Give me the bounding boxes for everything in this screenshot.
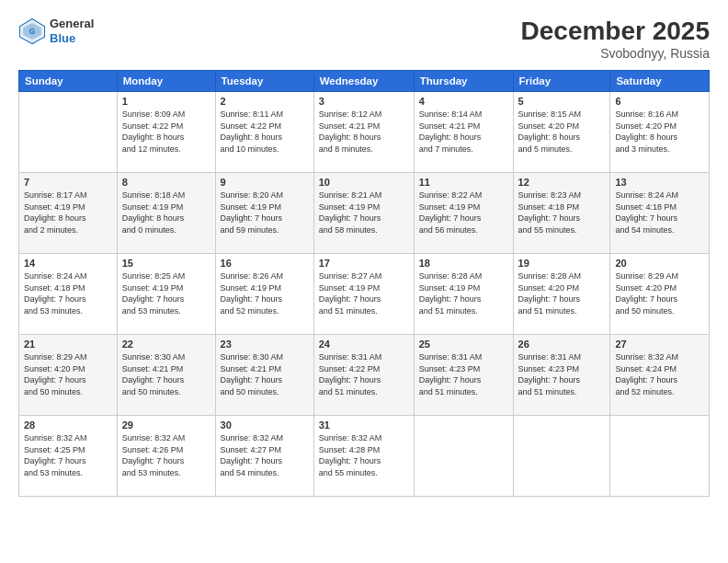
calendar-cell: 21Sunrise: 8:29 AMSunset: 4:20 PMDayligh… — [19, 335, 118, 416]
calendar-cell: 12Sunrise: 8:23 AMSunset: 4:18 PMDayligh… — [513, 173, 610, 254]
day-number: 4 — [419, 96, 508, 107]
day-number: 18 — [419, 258, 508, 269]
calendar-cell: 9Sunrise: 8:20 AMSunset: 4:19 PMDaylight… — [215, 173, 313, 254]
calendar-cell: 2Sunrise: 8:11 AMSunset: 4:22 PMDaylight… — [215, 92, 313, 173]
day-info: Sunrise: 8:27 AMSunset: 4:19 PMDaylight:… — [319, 270, 409, 316]
calendar-cell: 28Sunrise: 8:32 AMSunset: 4:25 PMDayligh… — [19, 416, 118, 497]
col-monday: Monday — [117, 71, 215, 92]
logo-line2: Blue — [50, 31, 94, 46]
day-number: 1 — [122, 96, 210, 107]
day-number: 17 — [319, 258, 409, 269]
day-number: 27 — [615, 339, 704, 350]
calendar-week-2: 7Sunrise: 8:17 AMSunset: 4:19 PMDaylight… — [19, 173, 710, 254]
day-info: Sunrise: 8:18 AMSunset: 4:19 PMDaylight:… — [122, 190, 210, 236]
day-info: Sunrise: 8:31 AMSunset: 4:23 PMDaylight:… — [518, 351, 606, 397]
day-number: 9 — [221, 177, 309, 188]
day-number: 30 — [221, 419, 309, 431]
day-info: Sunrise: 8:22 AMSunset: 4:19 PMDaylight:… — [419, 190, 508, 236]
calendar: Sunday Monday Tuesday Wednesday Thursday… — [18, 70, 710, 497]
calendar-cell — [610, 416, 710, 497]
calendar-cell: 14Sunrise: 8:24 AMSunset: 4:18 PMDayligh… — [19, 254, 118, 335]
day-number: 12 — [518, 177, 606, 188]
logo-icon: G — [18, 17, 46, 45]
day-info: Sunrise: 8:32 AMSunset: 4:24 PMDaylight:… — [615, 351, 704, 397]
calendar-cell: 23Sunrise: 8:30 AMSunset: 4:21 PMDayligh… — [215, 335, 313, 416]
day-number: 10 — [319, 177, 409, 188]
day-number: 11 — [419, 177, 508, 188]
location: Svobodnyy, Russia — [521, 46, 710, 61]
day-number: 20 — [615, 258, 704, 269]
day-info: Sunrise: 8:30 AMSunset: 4:21 PMDaylight:… — [221, 351, 309, 397]
day-info: Sunrise: 8:32 AMSunset: 4:28 PMDaylight:… — [319, 432, 409, 478]
title-block: December 2025 Svobodnyy, Russia — [521, 17, 710, 61]
calendar-cell: 20Sunrise: 8:29 AMSunset: 4:20 PMDayligh… — [610, 254, 710, 335]
calendar-cell: 17Sunrise: 8:27 AMSunset: 4:19 PMDayligh… — [313, 254, 414, 335]
calendar-cell: 31Sunrise: 8:32 AMSunset: 4:28 PMDayligh… — [313, 416, 414, 497]
col-thursday: Thursday — [414, 71, 513, 92]
logo-text: General Blue — [50, 17, 94, 45]
calendar-cell: 30Sunrise: 8:32 AMSunset: 4:27 PMDayligh… — [215, 416, 313, 497]
calendar-cell: 24Sunrise: 8:31 AMSunset: 4:22 PMDayligh… — [313, 335, 414, 416]
calendar-cell: 6Sunrise: 8:16 AMSunset: 4:20 PMDaylight… — [610, 92, 710, 173]
day-number: 16 — [221, 258, 309, 269]
calendar-header-row: Sunday Monday Tuesday Wednesday Thursday… — [19, 71, 710, 92]
day-info: Sunrise: 8:20 AMSunset: 4:19 PMDaylight:… — [221, 190, 309, 236]
day-info: Sunrise: 8:09 AMSunset: 4:22 PMDaylight:… — [122, 109, 210, 155]
day-number: 29 — [122, 419, 210, 431]
day-number: 19 — [518, 258, 606, 269]
calendar-cell — [414, 416, 513, 497]
calendar-cell: 25Sunrise: 8:31 AMSunset: 4:23 PMDayligh… — [414, 335, 513, 416]
calendar-cell: 1Sunrise: 8:09 AMSunset: 4:22 PMDaylight… — [117, 92, 215, 173]
calendar-cell: 19Sunrise: 8:28 AMSunset: 4:20 PMDayligh… — [513, 254, 610, 335]
day-info: Sunrise: 8:30 AMSunset: 4:21 PMDaylight:… — [122, 351, 210, 397]
day-number: 23 — [221, 339, 309, 350]
day-info: Sunrise: 8:24 AMSunset: 4:18 PMDaylight:… — [24, 270, 112, 316]
day-info: Sunrise: 8:24 AMSunset: 4:18 PMDaylight:… — [615, 190, 704, 236]
calendar-cell: 3Sunrise: 8:12 AMSunset: 4:21 PMDaylight… — [313, 92, 414, 173]
calendar-cell: 27Sunrise: 8:32 AMSunset: 4:24 PMDayligh… — [610, 335, 710, 416]
day-number: 24 — [319, 339, 409, 350]
col-sunday: Sunday — [19, 71, 118, 92]
day-info: Sunrise: 8:21 AMSunset: 4:19 PMDaylight:… — [319, 190, 409, 236]
day-info: Sunrise: 8:26 AMSunset: 4:19 PMDaylight:… — [221, 270, 309, 316]
day-number: 21 — [24, 339, 112, 350]
day-info: Sunrise: 8:29 AMSunset: 4:20 PMDaylight:… — [615, 270, 704, 316]
calendar-week-3: 14Sunrise: 8:24 AMSunset: 4:18 PMDayligh… — [19, 254, 710, 335]
day-info: Sunrise: 8:11 AMSunset: 4:22 PMDaylight:… — [221, 109, 309, 155]
logo: G General Blue — [18, 17, 94, 45]
svg-text:G: G — [29, 28, 35, 36]
day-number: 31 — [319, 419, 409, 431]
col-tuesday: Tuesday — [215, 71, 313, 92]
day-info: Sunrise: 8:31 AMSunset: 4:23 PMDaylight:… — [419, 351, 508, 397]
day-info: Sunrise: 8:32 AMSunset: 4:25 PMDaylight:… — [24, 432, 112, 478]
day-number: 5 — [518, 96, 606, 107]
calendar-cell: 4Sunrise: 8:14 AMSunset: 4:21 PMDaylight… — [414, 92, 513, 173]
col-saturday: Saturday — [610, 71, 710, 92]
calendar-cell: 11Sunrise: 8:22 AMSunset: 4:19 PMDayligh… — [414, 173, 513, 254]
day-info: Sunrise: 8:32 AMSunset: 4:26 PMDaylight:… — [122, 432, 210, 478]
day-info: Sunrise: 8:17 AMSunset: 4:19 PMDaylight:… — [24, 190, 112, 236]
day-info: Sunrise: 8:28 AMSunset: 4:19 PMDaylight:… — [419, 270, 508, 316]
logo-line1: General — [50, 17, 94, 31]
day-number: 8 — [122, 177, 210, 188]
day-number: 26 — [518, 339, 606, 350]
calendar-cell — [513, 416, 610, 497]
calendar-cell: 7Sunrise: 8:17 AMSunset: 4:19 PMDaylight… — [19, 173, 118, 254]
day-info: Sunrise: 8:32 AMSunset: 4:27 PMDaylight:… — [221, 432, 309, 478]
month-title: December 2025 — [521, 17, 710, 46]
day-info: Sunrise: 8:16 AMSunset: 4:20 PMDaylight:… — [615, 109, 704, 155]
day-info: Sunrise: 8:23 AMSunset: 4:18 PMDaylight:… — [518, 190, 606, 236]
header: G General Blue December 2025 Svobodnyy, … — [18, 17, 710, 61]
calendar-cell: 15Sunrise: 8:25 AMSunset: 4:19 PMDayligh… — [117, 254, 215, 335]
day-number: 13 — [615, 177, 704, 188]
day-info: Sunrise: 8:29 AMSunset: 4:20 PMDaylight:… — [24, 351, 112, 397]
day-info: Sunrise: 8:28 AMSunset: 4:20 PMDaylight:… — [518, 270, 606, 316]
calendar-cell: 29Sunrise: 8:32 AMSunset: 4:26 PMDayligh… — [117, 416, 215, 497]
day-number: 14 — [24, 258, 112, 269]
calendar-week-4: 21Sunrise: 8:29 AMSunset: 4:20 PMDayligh… — [19, 335, 710, 416]
day-number: 6 — [615, 96, 704, 107]
day-number: 25 — [419, 339, 508, 350]
day-info: Sunrise: 8:15 AMSunset: 4:20 PMDaylight:… — [518, 109, 606, 155]
day-number: 3 — [319, 96, 409, 107]
day-number: 28 — [24, 419, 112, 431]
